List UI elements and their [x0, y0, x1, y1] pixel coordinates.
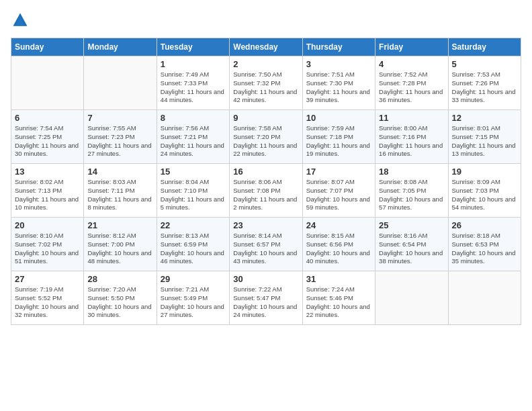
calendar-cell: 27Sunrise: 7:19 AM Sunset: 5:52 PM Dayli…: [11, 271, 84, 325]
day-number: 12: [452, 113, 517, 123]
cell-content: Sunrise: 8:02 AM Sunset: 7:13 PM Dayligh…: [15, 178, 80, 212]
cell-content: Sunrise: 7:49 AM Sunset: 7:33 PM Dayligh…: [161, 71, 226, 105]
calendar-cell: [11, 56, 84, 110]
day-number: 5: [452, 59, 517, 69]
calendar-cell: 13Sunrise: 8:02 AM Sunset: 7:13 PM Dayli…: [11, 164, 84, 218]
generalblue-logo-icon: [11, 11, 30, 30]
day-number: 4: [379, 59, 444, 69]
day-number: 25: [379, 220, 444, 230]
cell-content: Sunrise: 8:00 AM Sunset: 7:16 PM Dayligh…: [379, 124, 444, 158]
calendar-cell: 17Sunrise: 8:07 AM Sunset: 7:07 PM Dayli…: [302, 164, 375, 218]
cell-content: Sunrise: 7:52 AM Sunset: 7:28 PM Dayligh…: [379, 71, 444, 105]
calendar-week-row: 1Sunrise: 7:49 AM Sunset: 7:33 PM Daylig…: [11, 56, 521, 110]
day-number: 29: [161, 274, 226, 284]
calendar-day-header: Saturday: [448, 38, 521, 56]
calendar-cell: [375, 271, 448, 325]
cell-content: Sunrise: 8:06 AM Sunset: 7:08 PM Dayligh…: [233, 178, 298, 212]
calendar-day-header: Tuesday: [157, 38, 229, 56]
calendar-header-row: SundayMondayTuesdayWednesdayThursdayFrid…: [11, 38, 521, 56]
calendar-day-header: Sunday: [11, 38, 84, 56]
calendar-cell: 4Sunrise: 7:52 AM Sunset: 7:28 PM Daylig…: [375, 56, 448, 110]
calendar-cell: 29Sunrise: 7:21 AM Sunset: 5:49 PM Dayli…: [157, 271, 229, 325]
cell-content: Sunrise: 7:54 AM Sunset: 7:25 PM Dayligh…: [15, 124, 80, 158]
cell-content: Sunrise: 8:13 AM Sunset: 6:59 PM Dayligh…: [161, 232, 226, 266]
calendar-cell: 14Sunrise: 8:03 AM Sunset: 7:11 PM Dayli…: [84, 164, 157, 218]
cell-content: Sunrise: 8:16 AM Sunset: 6:54 PM Dayligh…: [379, 232, 444, 266]
day-number: 1: [161, 59, 226, 69]
calendar-cell: 1Sunrise: 7:49 AM Sunset: 7:33 PM Daylig…: [157, 56, 229, 110]
day-number: 24: [306, 220, 371, 230]
day-number: 11: [379, 113, 444, 123]
cell-content: Sunrise: 7:50 AM Sunset: 7:32 PM Dayligh…: [233, 71, 298, 105]
calendar-cell: 8Sunrise: 7:56 AM Sunset: 7:21 PM Daylig…: [157, 110, 229, 164]
calendar-cell: 7Sunrise: 7:55 AM Sunset: 7:23 PM Daylig…: [84, 110, 157, 164]
cell-content: Sunrise: 8:03 AM Sunset: 7:11 PM Dayligh…: [87, 178, 152, 212]
cell-content: Sunrise: 7:51 AM Sunset: 7:30 PM Dayligh…: [306, 71, 371, 105]
page-header: [11, 11, 521, 30]
calendar-cell: [448, 271, 521, 325]
day-number: 31: [306, 274, 371, 284]
day-number: 17: [306, 167, 371, 177]
day-number: 8: [161, 113, 226, 123]
calendar-week-row: 20Sunrise: 8:10 AM Sunset: 7:02 PM Dayli…: [11, 218, 521, 271]
cell-content: Sunrise: 8:18 AM Sunset: 6:53 PM Dayligh…: [452, 232, 517, 266]
cell-content: Sunrise: 7:59 AM Sunset: 7:18 PM Dayligh…: [306, 124, 371, 158]
cell-content: Sunrise: 7:56 AM Sunset: 7:21 PM Dayligh…: [161, 124, 226, 158]
day-number: 6: [15, 113, 80, 123]
calendar-cell: 16Sunrise: 8:06 AM Sunset: 7:08 PM Dayli…: [230, 164, 302, 218]
day-number: 2: [233, 59, 298, 69]
calendar-cell: 6Sunrise: 7:54 AM Sunset: 7:25 PM Daylig…: [11, 110, 84, 164]
cell-content: Sunrise: 8:07 AM Sunset: 7:07 PM Dayligh…: [306, 178, 371, 212]
cell-content: Sunrise: 7:21 AM Sunset: 5:49 PM Dayligh…: [161, 285, 226, 320]
calendar-cell: 15Sunrise: 8:04 AM Sunset: 7:10 PM Dayli…: [157, 164, 229, 218]
calendar-day-header: Monday: [84, 38, 157, 56]
calendar-cell: 19Sunrise: 8:09 AM Sunset: 7:03 PM Dayli…: [448, 164, 521, 218]
cell-content: Sunrise: 7:20 AM Sunset: 5:50 PM Dayligh…: [87, 285, 152, 320]
calendar-day-header: Wednesday: [230, 38, 302, 56]
day-number: 19: [452, 167, 517, 177]
day-number: 26: [452, 220, 517, 230]
cell-content: Sunrise: 8:12 AM Sunset: 7:00 PM Dayligh…: [87, 232, 152, 266]
calendar-cell: 21Sunrise: 8:12 AM Sunset: 7:00 PM Dayli…: [84, 218, 157, 271]
cell-content: Sunrise: 7:55 AM Sunset: 7:23 PM Dayligh…: [87, 124, 152, 158]
calendar-cell: 26Sunrise: 8:18 AM Sunset: 6:53 PM Dayli…: [448, 218, 521, 271]
calendar-cell: 12Sunrise: 8:01 AM Sunset: 7:15 PM Dayli…: [448, 110, 521, 164]
cell-content: Sunrise: 7:58 AM Sunset: 7:20 PM Dayligh…: [233, 124, 298, 158]
day-number: 23: [233, 220, 298, 230]
calendar-cell: 3Sunrise: 7:51 AM Sunset: 7:30 PM Daylig…: [302, 56, 375, 110]
day-number: 16: [233, 167, 298, 177]
cell-content: Sunrise: 8:01 AM Sunset: 7:15 PM Dayligh…: [452, 124, 517, 158]
day-number: 7: [87, 113, 152, 123]
logo: [11, 11, 32, 30]
day-number: 10: [306, 113, 371, 123]
cell-content: Sunrise: 8:10 AM Sunset: 7:02 PM Dayligh…: [15, 232, 80, 266]
calendar-cell: 28Sunrise: 7:20 AM Sunset: 5:50 PM Dayli…: [84, 271, 157, 325]
calendar-cell: 18Sunrise: 8:08 AM Sunset: 7:05 PM Dayli…: [375, 164, 448, 218]
calendar-cell: 25Sunrise: 8:16 AM Sunset: 6:54 PM Dayli…: [375, 218, 448, 271]
cell-content: Sunrise: 8:04 AM Sunset: 7:10 PM Dayligh…: [161, 178, 226, 212]
day-number: 15: [161, 167, 226, 177]
calendar-cell: [84, 56, 157, 110]
cell-content: Sunrise: 8:15 AM Sunset: 6:56 PM Dayligh…: [306, 232, 371, 266]
cell-content: Sunrise: 7:53 AM Sunset: 7:26 PM Dayligh…: [452, 71, 517, 105]
day-number: 13: [15, 167, 80, 177]
calendar-cell: 2Sunrise: 7:50 AM Sunset: 7:32 PM Daylig…: [230, 56, 302, 110]
calendar-cell: 22Sunrise: 8:13 AM Sunset: 6:59 PM Dayli…: [157, 218, 229, 271]
cell-content: Sunrise: 8:14 AM Sunset: 6:57 PM Dayligh…: [233, 232, 298, 266]
day-number: 9: [233, 113, 298, 123]
day-number: 3: [306, 59, 371, 69]
cell-content: Sunrise: 7:22 AM Sunset: 5:47 PM Dayligh…: [233, 285, 298, 320]
cell-content: Sunrise: 8:08 AM Sunset: 7:05 PM Dayligh…: [379, 178, 444, 212]
calendar-day-header: Friday: [375, 38, 448, 56]
calendar-week-row: 27Sunrise: 7:19 AM Sunset: 5:52 PM Dayli…: [11, 271, 521, 325]
day-number: 21: [87, 220, 152, 230]
day-number: 27: [15, 274, 80, 284]
calendar-week-row: 6Sunrise: 7:54 AM Sunset: 7:25 PM Daylig…: [11, 110, 521, 164]
calendar-cell: 23Sunrise: 8:14 AM Sunset: 6:57 PM Dayli…: [230, 218, 302, 271]
calendar-week-row: 13Sunrise: 8:02 AM Sunset: 7:13 PM Dayli…: [11, 164, 521, 218]
cell-content: Sunrise: 7:19 AM Sunset: 5:52 PM Dayligh…: [15, 285, 80, 320]
calendar-cell: 5Sunrise: 7:53 AM Sunset: 7:26 PM Daylig…: [448, 56, 521, 110]
calendar-cell: 9Sunrise: 7:58 AM Sunset: 7:20 PM Daylig…: [230, 110, 302, 164]
cell-content: Sunrise: 7:24 AM Sunset: 5:46 PM Dayligh…: [306, 285, 371, 320]
calendar-cell: 31Sunrise: 7:24 AM Sunset: 5:46 PM Dayli…: [302, 271, 375, 325]
